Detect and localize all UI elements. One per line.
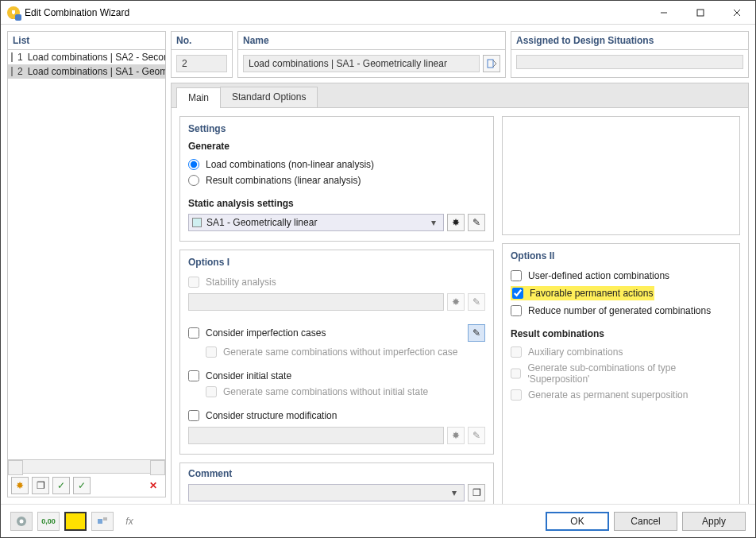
list-item-number: 2 <box>17 66 23 77</box>
layout-button[interactable] <box>91 512 114 531</box>
chevron-down-icon: ▾ <box>448 487 461 498</box>
delete-button[interactable]: ✕ <box>145 477 162 494</box>
imperfection-config-button[interactable]: ✎ <box>468 324 485 342</box>
result-comb-title: Result combinations <box>511 328 731 339</box>
comment-combo[interactable]: ▾ <box>188 484 465 501</box>
name-input[interactable]: Load combinations | SA1 - Geometrically … <box>243 55 480 72</box>
radio-label: Result combinations (linear analysis) <box>206 175 361 186</box>
function-button[interactable]: fx <box>118 512 141 531</box>
options1-group: Options I Stability analysis ✸ ✎ <box>179 250 494 455</box>
list-pane: List 1 Load combinations | SA2 - Secon 2… <box>7 31 166 497</box>
svg-rect-7 <box>98 519 102 524</box>
checkbox-label: Generate as permanent superposition <box>528 389 688 401</box>
apply-button[interactable]: Apply <box>682 512 746 531</box>
svg-rect-8 <box>103 517 107 521</box>
checkbox-label: Consider imperfection cases <box>206 327 326 339</box>
units-button[interactable]: 0,00 <box>37 512 60 531</box>
settings-title: Settings <box>188 123 485 134</box>
help-button[interactable] <box>10 512 33 531</box>
combo-value: SA1 - Geometrically linear <box>206 217 427 228</box>
app-icon <box>7 6 20 19</box>
checkbox-label: Generate same combinations without initi… <box>223 386 428 397</box>
list-tree[interactable]: 1 Load combinations | SA2 - Secon 2 Load… <box>8 50 165 459</box>
check-initial-state[interactable]: Consider initial state <box>188 368 485 384</box>
edit-button: ✎ <box>468 293 485 311</box>
checkbox-label: Auxiliary combinations <box>528 346 623 358</box>
generate-label: Generate <box>188 141 485 152</box>
color-swatch <box>11 67 13 76</box>
list-item[interactable]: 1 Load combinations | SA2 - Secon <box>8 50 165 64</box>
list-item-label: Load combinations | SA2 - Secon <box>28 52 165 63</box>
checkbox-input[interactable] <box>511 305 522 316</box>
preview-group <box>502 116 740 235</box>
checkbox-input[interactable] <box>188 327 199 339</box>
titlebar: Edit Combination Wizard <box>1 1 755 25</box>
ok-button[interactable]: OK <box>546 512 609 531</box>
assigned-input[interactable] <box>516 55 743 69</box>
static-analysis-combo[interactable]: SA1 - Geometrically linear ▾ <box>188 214 444 231</box>
tabstrip: Main Standard Options <box>172 83 748 107</box>
checkbox-label: Consider initial state <box>206 370 291 381</box>
radio-input[interactable] <box>188 159 199 170</box>
checkbox-label: Reduce number of generated combinations <box>528 305 711 316</box>
duplicate-button[interactable]: ❐ <box>32 477 49 494</box>
check-structure-mod[interactable]: Consider structure modification <box>188 408 485 424</box>
stability-combo <box>188 293 444 311</box>
number-input[interactable]: 2 <box>176 55 227 72</box>
checkbox-input[interactable] <box>188 370 199 381</box>
select-all-button[interactable]: ✓ <box>52 477 70 494</box>
check-perm-super: Generate as permanent superposition <box>511 387 731 403</box>
checkbox-input <box>511 368 521 379</box>
checkbox-label: Generate same combinations without imper… <box>223 346 457 358</box>
svg-rect-4 <box>488 60 493 68</box>
check-aux: Auxiliary combinations <box>511 344 731 360</box>
check-favorable[interactable]: Favorable permanent actions <box>511 284 731 303</box>
check-reduce[interactable]: Reduce number of generated combinations <box>511 303 731 319</box>
structure-combo <box>188 427 444 444</box>
name-label: Name <box>238 32 505 50</box>
check-imperfection-sub: Generate same combinations without imper… <box>188 344 485 360</box>
options2-title: Options II <box>511 250 731 261</box>
checkbox-input[interactable] <box>511 270 522 281</box>
checkbox-input <box>511 389 522 401</box>
svg-rect-1 <box>697 10 704 16</box>
number-label: No. <box>172 32 232 50</box>
options1-title: Options I <box>188 257 485 268</box>
maximize-button[interactable] <box>682 1 719 25</box>
radio-input[interactable] <box>188 175 199 186</box>
checkbox-input[interactable] <box>512 288 523 299</box>
checkbox-input <box>206 386 217 397</box>
check-imperfection[interactable]: Consider imperfection cases ✎ <box>188 322 485 344</box>
list-item[interactable]: 2 Load combinations | SA1 - Geom <box>8 64 165 79</box>
new-button: ✸ <box>447 293 465 311</box>
comment-title: Comment <box>188 468 485 479</box>
deselect-all-button[interactable]: ✓ <box>73 477 91 494</box>
tab-main[interactable]: Main <box>176 87 221 108</box>
color-button[interactable] <box>64 512 87 531</box>
checkbox-label: Stability analysis <box>206 277 276 288</box>
list-item-label: Load combinations | SA1 - Geom <box>28 66 165 77</box>
edit-button: ✎ <box>468 427 485 444</box>
checkbox-input[interactable] <box>188 410 199 421</box>
comment-group: Comment ▾ ❐ <box>179 463 494 504</box>
radio-result-combinations[interactable]: Result combinations (linear analysis) <box>188 172 485 188</box>
check-user-defined[interactable]: User-defined action combinations <box>511 268 731 284</box>
comment-edit-button[interactable]: ❐ <box>468 484 485 501</box>
radio-load-combinations[interactable]: Load combinations (non-linear analysis) <box>188 157 485 172</box>
check-initial-sub: Generate same combinations without initi… <box>188 384 485 400</box>
new-analysis-button[interactable]: ✸ <box>447 214 465 231</box>
checkbox-label: Favorable permanent actions <box>530 288 653 299</box>
new-button: ✸ <box>447 427 465 444</box>
tab-standard-options[interactable]: Standard Options <box>220 87 318 107</box>
new-item-button[interactable]: ✸ <box>11 477 29 494</box>
horizontal-scrollbar[interactable] <box>8 459 165 473</box>
cancel-button[interactable]: Cancel <box>614 512 677 531</box>
checkbox-label: Generate sub-combinations of type 'Super… <box>527 362 731 385</box>
chevron-down-icon: ▾ <box>427 217 440 228</box>
check-stability: Stability analysis <box>188 274 485 290</box>
checkbox-input <box>188 277 199 288</box>
rename-button[interactable] <box>483 55 500 72</box>
edit-analysis-button[interactable]: ✎ <box>468 214 485 231</box>
close-button[interactable] <box>719 1 755 25</box>
minimize-button[interactable] <box>646 1 682 25</box>
